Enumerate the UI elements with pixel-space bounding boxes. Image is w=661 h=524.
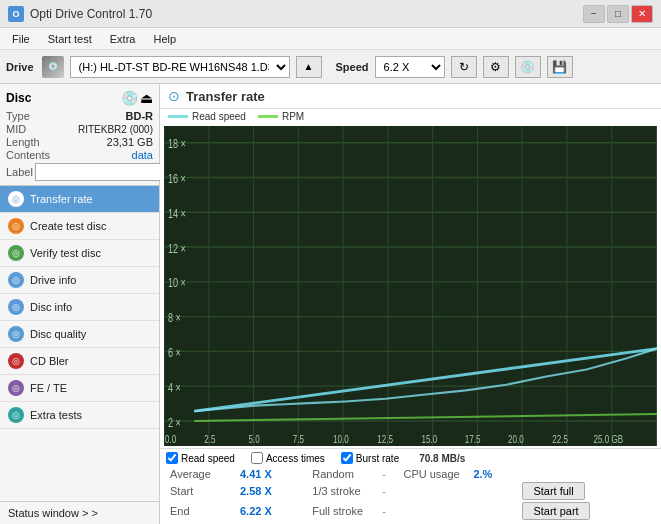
sidebar-item-disc-info[interactable]: ◎ Disc info bbox=[0, 294, 159, 321]
disc-icon[interactable]: 💿 bbox=[121, 90, 138, 106]
menu-help[interactable]: Help bbox=[145, 31, 184, 47]
sidebar-item-create-test-disc-label: Create test disc bbox=[30, 220, 106, 232]
sidebar-item-extra-tests[interactable]: ◎ Extra tests bbox=[0, 402, 159, 429]
fe-te-icon: ◎ bbox=[8, 380, 24, 396]
disc-contents-row: Contents data bbox=[6, 149, 153, 161]
menu-extra[interactable]: Extra bbox=[102, 31, 144, 47]
disc-length-value: 23,31 GB bbox=[107, 136, 153, 148]
speed-select[interactable]: 6.2 X bbox=[375, 56, 445, 78]
svg-text:25.0 GB: 25.0 GB bbox=[594, 433, 624, 446]
checkbox-read-speed[interactable]: Read speed bbox=[166, 452, 235, 464]
sidebar-item-cd-bler[interactable]: ◎ CD Bler bbox=[0, 348, 159, 375]
svg-text:20.0: 20.0 bbox=[508, 433, 524, 446]
drive-label: Drive bbox=[6, 61, 34, 73]
settings-button[interactable]: ⚙ bbox=[483, 56, 509, 78]
minimize-button[interactable]: − bbox=[583, 5, 605, 23]
save-button[interactable]: 💾 bbox=[547, 56, 573, 78]
svg-text:15.0: 15.0 bbox=[422, 433, 438, 446]
sidebar-item-disc-quality[interactable]: ◎ Disc quality bbox=[0, 321, 159, 348]
sidebar-item-verify-test-disc[interactable]: ◎ Verify test disc bbox=[0, 240, 159, 267]
svg-text:2.5: 2.5 bbox=[204, 433, 215, 446]
main-layout: Disc 💿 ⏏ Type BD-R MID RITEKBR2 (000) Le… bbox=[0, 84, 661, 524]
drive-bar: Drive 💿 (H:) HL-DT-ST BD-RE WH16NS48 1.D… bbox=[0, 50, 661, 84]
legend-rpm-color bbox=[258, 115, 278, 118]
one-third-stroke-label: 1/3 stroke bbox=[308, 481, 378, 501]
maximize-button[interactable]: □ bbox=[607, 5, 629, 23]
menu-file[interactable]: File bbox=[4, 31, 38, 47]
table-row: End 6.22 X Full stroke - Start part bbox=[166, 501, 655, 521]
sidebar-item-disc-info-label: Disc info bbox=[30, 301, 72, 313]
sidebar-item-drive-info[interactable]: ◎ Drive info bbox=[0, 267, 159, 294]
checkbox-access-times[interactable]: Access times bbox=[251, 452, 325, 464]
create-test-disc-icon: ◎ bbox=[8, 218, 24, 234]
status-window-button[interactable]: Status window > > bbox=[0, 501, 159, 524]
checkbox-access-times-label: Access times bbox=[266, 453, 325, 464]
disc-contents-value: data bbox=[132, 149, 153, 161]
checkbox-burst-rate[interactable]: Burst rate bbox=[341, 452, 399, 464]
chart-title: Transfer rate bbox=[186, 89, 265, 104]
app-icon: O bbox=[8, 6, 24, 22]
checkboxes-row: Read speed Access times Burst rate 70.8 … bbox=[166, 452, 655, 464]
disc-label-input[interactable] bbox=[35, 163, 179, 181]
chart-container: 18 × 16 × 14 × 12 × 10 × 8 × 6 × 4 × 2 ×… bbox=[164, 126, 657, 446]
checkbox-read-speed-input[interactable] bbox=[166, 452, 178, 464]
speed-label: Speed bbox=[336, 61, 369, 73]
sidebar-item-transfer-rate[interactable]: ◎ Transfer rate bbox=[0, 186, 159, 213]
legend-read-speed: Read speed bbox=[168, 111, 246, 122]
svg-text:7.5: 7.5 bbox=[293, 433, 304, 446]
disc-length-label: Length bbox=[6, 136, 40, 148]
menu-start-test[interactable]: Start test bbox=[40, 31, 100, 47]
disc-mid-row: MID RITEKBR2 (000) bbox=[6, 123, 153, 135]
chart-legend: Read speed RPM bbox=[160, 109, 661, 126]
sidebar-item-verify-test-disc-label: Verify test disc bbox=[30, 247, 101, 259]
title-bar: O Opti Drive Control 1.70 − □ ✕ bbox=[0, 0, 661, 28]
svg-text:10 ×: 10 × bbox=[168, 276, 186, 290]
chart-title-icon: ⊙ bbox=[168, 88, 180, 104]
sidebar-item-disc-quality-label: Disc quality bbox=[30, 328, 86, 340]
disc-length-row: Length 23,31 GB bbox=[6, 136, 153, 148]
start-part-button[interactable]: Start part bbox=[522, 502, 589, 520]
svg-rect-0 bbox=[164, 126, 657, 446]
window-controls: − □ ✕ bbox=[583, 5, 653, 23]
one-third-stroke-value: - bbox=[378, 481, 399, 501]
close-button[interactable]: ✕ bbox=[631, 5, 653, 23]
svg-text:10.0: 10.0 bbox=[333, 433, 349, 446]
sidebar-item-create-test-disc[interactable]: ◎ Create test disc bbox=[0, 213, 159, 240]
eject-disc-icon[interactable]: ⏏ bbox=[140, 90, 153, 106]
svg-text:14 ×: 14 × bbox=[168, 206, 186, 220]
disc-panel-title: Disc bbox=[6, 91, 31, 105]
svg-text:16 ×: 16 × bbox=[168, 172, 186, 186]
drive-icon: 💿 bbox=[42, 56, 64, 78]
disc-mid-value: RITEKBR2 (000) bbox=[78, 124, 153, 135]
disc-type-label: Type bbox=[6, 110, 30, 122]
random-value: - bbox=[378, 467, 399, 481]
sidebar-item-drive-info-label: Drive info bbox=[30, 274, 76, 286]
chart-bottom: Read speed Access times Burst rate 70.8 … bbox=[160, 448, 661, 524]
chart-svg: 18 × 16 × 14 × 12 × 10 × 8 × 6 × 4 × 2 ×… bbox=[164, 126, 657, 446]
drive-select[interactable]: (H:) HL-DT-ST BD-RE WH16NS48 1.D3 bbox=[70, 56, 290, 78]
eject-button[interactable]: ▲ bbox=[296, 56, 322, 78]
legend-rpm-label: RPM bbox=[282, 111, 304, 122]
checkbox-read-speed-label: Read speed bbox=[181, 453, 235, 464]
status-window-label: Status window > > bbox=[8, 507, 98, 519]
random-label: Random bbox=[308, 467, 378, 481]
start-label: Start bbox=[166, 481, 236, 501]
start-full-button[interactable]: Start full bbox=[522, 482, 584, 500]
sidebar-item-transfer-rate-label: Transfer rate bbox=[30, 193, 93, 205]
refresh-button[interactable]: ↻ bbox=[451, 56, 477, 78]
checkbox-access-times-input[interactable] bbox=[251, 452, 263, 464]
cd-button[interactable]: 💿 bbox=[515, 56, 541, 78]
svg-text:12 ×: 12 × bbox=[168, 241, 186, 255]
sidebar-item-cd-bler-label: CD Bler bbox=[30, 355, 69, 367]
svg-text:17.5: 17.5 bbox=[465, 433, 481, 446]
disc-type-row: Type BD-R bbox=[6, 110, 153, 122]
sidebar: Disc 💿 ⏏ Type BD-R MID RITEKBR2 (000) Le… bbox=[0, 84, 160, 524]
disc-label-label: Label bbox=[6, 166, 33, 178]
full-stroke-value: - bbox=[378, 501, 399, 521]
drive-info-icon: ◎ bbox=[8, 272, 24, 288]
disc-panel: Disc 💿 ⏏ Type BD-R MID RITEKBR2 (000) Le… bbox=[0, 84, 159, 186]
table-row: Start 2.58 X 1/3 stroke - Start full bbox=[166, 481, 655, 501]
sidebar-item-fe-te[interactable]: ◎ FE / TE bbox=[0, 375, 159, 402]
checkbox-burst-rate-input[interactable] bbox=[341, 452, 353, 464]
disc-header-icons: 💿 ⏏ bbox=[121, 90, 153, 106]
